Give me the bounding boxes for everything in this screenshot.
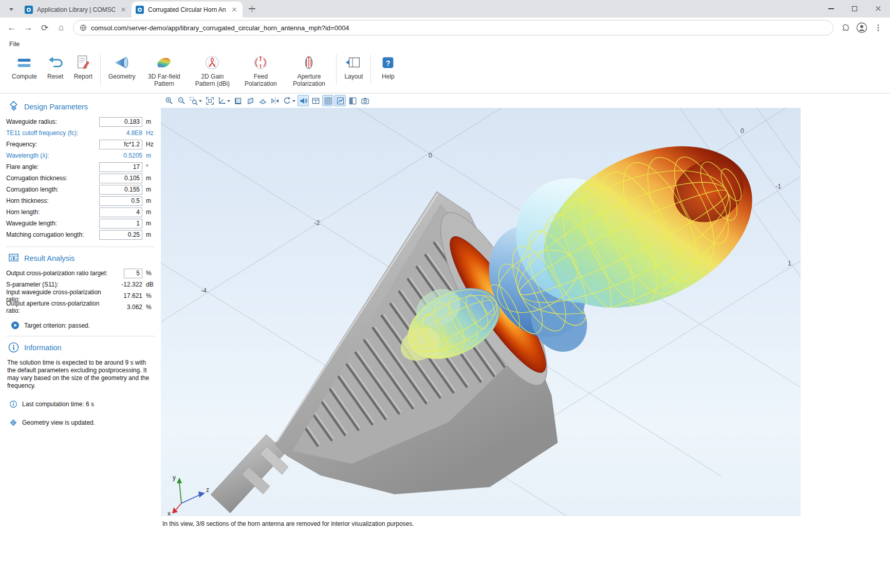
- param-label: TE11 cutoff frequency (fc):: [6, 129, 97, 137]
- contrast-button[interactable]: [347, 95, 358, 106]
- zoom-in-button[interactable]: [163, 95, 175, 106]
- y-axis-label: y: [173, 474, 176, 481]
- minimize-button[interactable]: [819, 0, 843, 17]
- result-label: Output aperture cross-polarization ratio…: [6, 300, 108, 314]
- param-label: Flare angle:: [6, 163, 99, 170]
- address-bar[interactable]: comsol.com/server-demo/app/library_corru…: [73, 20, 833, 35]
- compute-button[interactable]: Compute: [7, 50, 42, 81]
- toolbar-separator: [370, 54, 371, 85]
- waveguide-radius-input[interactable]: [99, 117, 142, 127]
- puzzle-icon: [841, 24, 850, 32]
- show-table-button[interactable]: [310, 95, 321, 106]
- camera-icon: [361, 97, 369, 105]
- rotate-button[interactable]: [282, 95, 296, 106]
- information-header: Information: [6, 338, 156, 357]
- back-button[interactable]: ←: [4, 20, 20, 35]
- param-unit: m: [142, 197, 156, 204]
- kebab-menu-icon: [874, 24, 882, 32]
- tab-search-button[interactable]: [4, 2, 18, 16]
- chevron-down-icon: [9, 8, 13, 13]
- flare-angle-input[interactable]: [99, 162, 142, 172]
- feed-polarization-button[interactable]: Feed Polarization: [236, 50, 285, 88]
- zoom-box-button[interactable]: [188, 95, 203, 106]
- param-row: Wavelength (λ): 0.5205 m: [6, 150, 156, 161]
- forward-button[interactable]: →: [21, 20, 36, 35]
- target-criterion-status: Target criterion: passed.: [11, 321, 156, 330]
- aperture-polarization-button[interactable]: Aperture Polarization: [285, 50, 333, 88]
- cross-polarization-target-input[interactable]: [124, 269, 142, 278]
- snapshot-button[interactable]: [359, 95, 370, 106]
- design-parameters-icon: [8, 101, 20, 112]
- result-unit: %: [142, 292, 156, 299]
- section-divider: [6, 336, 155, 336]
- waveguide-length-input[interactable]: [99, 219, 142, 229]
- geometry-button[interactable]: Geometry: [104, 50, 140, 81]
- window-controls: [819, 0, 890, 17]
- browser-tab-library[interactable]: Application Library | COMSOL S: [21, 2, 132, 17]
- browser-tab-app[interactable]: Corrugated Circular Horn Anten: [132, 2, 243, 17]
- result-analysis-icon: [8, 252, 20, 264]
- axis-tick-label: 0: [740, 127, 744, 135]
- default-view-button[interactable]: [216, 95, 231, 106]
- profile-button[interactable]: [854, 20, 869, 35]
- help-button[interactable]: ? Help: [374, 50, 402, 81]
- geometry-status-icon: [9, 419, 17, 427]
- plot-window-icon: [336, 97, 345, 105]
- menu-file[interactable]: File: [9, 41, 20, 48]
- browser-tab-strip: Application Library | COMSOL S Corrugate…: [0, 0, 890, 17]
- param-label: Waveguide radius:: [6, 118, 99, 125]
- view-yz-button[interactable]: [245, 95, 256, 106]
- rotate-icon: [283, 97, 291, 105]
- far-field-3d-button[interactable]: 3D Far-field Pattern: [140, 50, 188, 88]
- sound-toggle-button[interactable]: [298, 95, 309, 106]
- maximize-button[interactable]: [843, 0, 866, 17]
- horn-thickness-input[interactable]: [99, 196, 142, 206]
- extensions-button[interactable]: [838, 20, 853, 35]
- matching-corrugation-length-input[interactable]: [99, 230, 142, 240]
- svg-text:?: ?: [386, 59, 391, 67]
- param-label: Corrugation length:: [6, 186, 99, 193]
- url-text: comsol.com/server-demo/app/library_corru…: [91, 24, 349, 32]
- feed-polarization-icon: [252, 54, 269, 71]
- corrugation-length-input[interactable]: [99, 185, 142, 195]
- minimize-icon: [828, 8, 834, 9]
- frequency-input[interactable]: [99, 140, 142, 149]
- close-icon: [875, 6, 881, 12]
- close-tab-icon[interactable]: [119, 6, 127, 14]
- show-grid-button[interactable]: [322, 95, 333, 106]
- zoom-out-button[interactable]: [176, 95, 187, 106]
- axis-tick-label: 0: [429, 152, 432, 159]
- close-window-button[interactable]: [866, 0, 890, 17]
- last-computation-text: Last computation time: 6 s: [22, 401, 94, 408]
- corrugation-thickness-input[interactable]: [99, 174, 142, 183]
- horn-length-input[interactable]: [99, 207, 142, 217]
- view-xz-button[interactable]: [257, 95, 268, 106]
- param-label: Waveguide length:: [6, 220, 99, 227]
- param-unit: m: [142, 175, 156, 182]
- layout-button[interactable]: Layout: [340, 50, 367, 81]
- reset-icon: [47, 54, 64, 71]
- help-icon: ?: [379, 54, 397, 71]
- result-analysis-header: Result Analysis: [6, 249, 156, 268]
- view-xy-button[interactable]: [232, 95, 244, 106]
- zoom-extents-button[interactable]: [204, 95, 215, 106]
- gain-2d-button[interactable]: 2D Gain Pattern (dBi): [188, 50, 236, 88]
- reload-button[interactable]: ⟳: [37, 20, 52, 35]
- view-xy-icon: [234, 97, 243, 105]
- plot-window-button[interactable]: [335, 95, 346, 106]
- mirror-view-button[interactable]: [269, 95, 281, 106]
- param-label: Horn thickness:: [6, 197, 99, 204]
- contrast-icon: [348, 97, 357, 105]
- close-tab-icon[interactable]: [230, 6, 238, 14]
- graphics-canvas[interactable]: y z x 0 -2 -4 0 -1 1: [161, 108, 801, 516]
- browser-menu-button[interactable]: [870, 20, 886, 35]
- reset-button[interactable]: Reset: [42, 50, 69, 81]
- param-row: Waveguide radius: m: [6, 116, 156, 127]
- param-unit: m: [142, 208, 156, 216]
- home-button[interactable]: ⌂: [53, 20, 69, 35]
- new-tab-button[interactable]: [246, 2, 259, 15]
- report-button[interactable]: Report: [69, 50, 97, 81]
- section-title: Information: [24, 344, 62, 352]
- param-row: Flare angle: °: [6, 161, 156, 173]
- 3d-scene[interactable]: y z x: [161, 108, 801, 516]
